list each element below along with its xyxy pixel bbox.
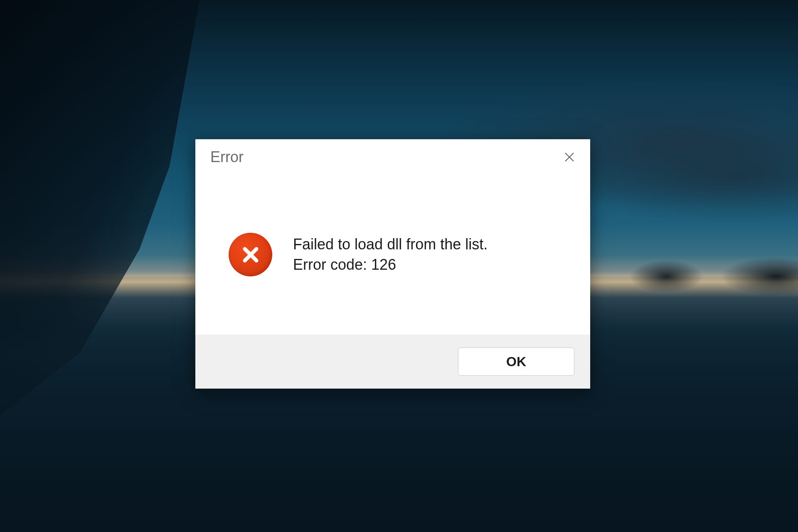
error-message-line1: Failed to load dll from the list. bbox=[293, 234, 488, 255]
error-message-line2: Error code: 126 bbox=[293, 255, 488, 275]
close-icon bbox=[563, 151, 576, 163]
error-message: Failed to load dll from the list. Error … bbox=[293, 234, 488, 275]
x-icon bbox=[241, 245, 261, 265]
error-dialog: Error Failed to load dll from the list. … bbox=[195, 139, 590, 389]
dialog-footer: OK bbox=[195, 335, 590, 389]
close-button[interactable] bbox=[560, 148, 579, 166]
error-icon bbox=[229, 233, 272, 276]
dialog-title: Error bbox=[210, 148, 244, 166]
dialog-titlebar: Error bbox=[195, 139, 590, 175]
dialog-content: Failed to load dll from the list. Error … bbox=[195, 175, 590, 335]
ok-button[interactable]: OK bbox=[458, 347, 574, 376]
